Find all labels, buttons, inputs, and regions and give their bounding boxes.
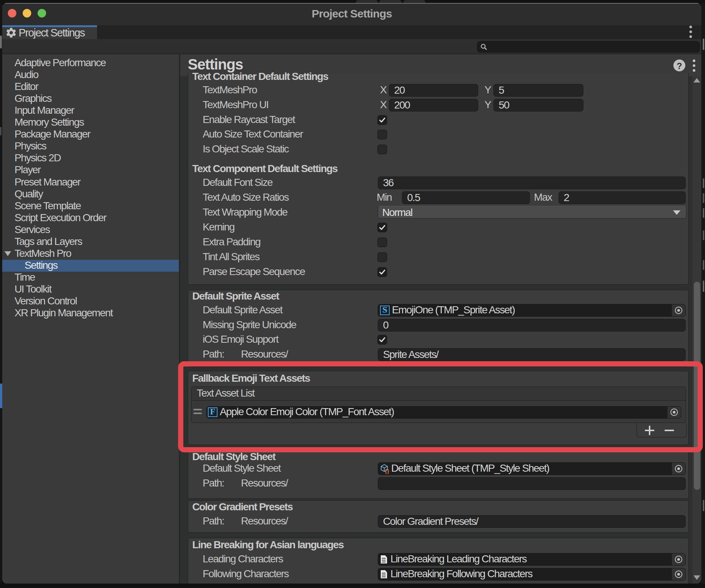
svg-text:{}: {}	[385, 468, 389, 474]
